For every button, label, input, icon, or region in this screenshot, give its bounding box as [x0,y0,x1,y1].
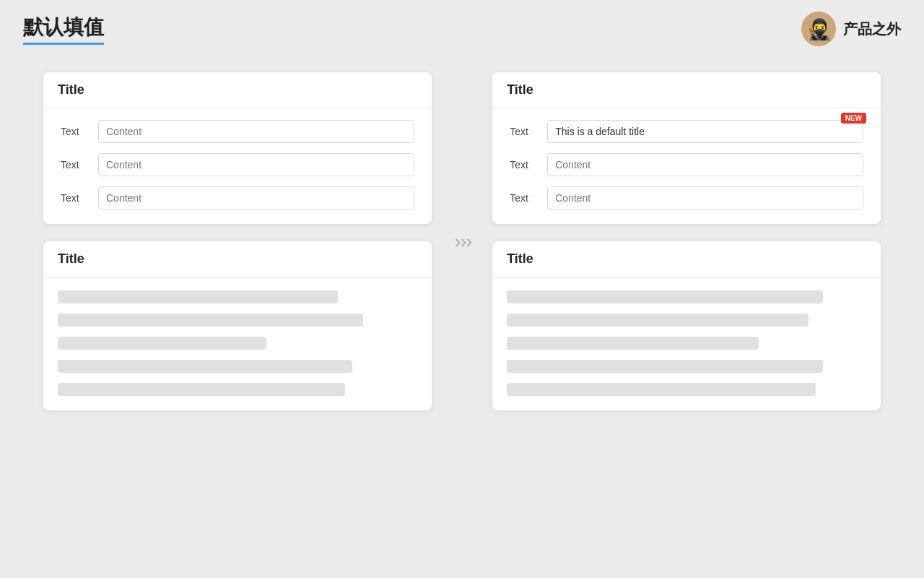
page-title: 默认填值 [23,14,104,45]
form-label: Text [61,126,90,137]
form-label: Text [510,126,539,137]
form-label: Text [510,159,539,171]
skeleton-bar [58,290,338,303]
form-row: Text [61,186,414,210]
text-input-1[interactable] [98,120,414,143]
skeleton-bar [58,314,363,327]
text-input-3[interactable] [98,186,414,210]
main-content: Title Text Text Text › › › Title [0,58,924,425]
skeleton-bar [507,360,823,373]
card-bottom-right-header: Title [492,241,881,277]
form-row-new: Text NEW [510,120,863,143]
form-label: Text [510,192,539,204]
card-bottom-left-header: Title [43,241,432,277]
form-row: Text [510,186,863,210]
card-top-right-header: Title [492,72,881,108]
card-bottom-right: Title [492,241,881,410]
card-bottom-left: Title [43,241,432,410]
text-input-5[interactable] [547,186,863,210]
avatar: 🥷 [801,12,836,46]
skeleton-bar [58,360,352,373]
form-row: Text [61,153,414,176]
text-input-2[interactable] [98,153,414,176]
brand-name: 产品之外 [843,20,901,39]
form-row: Text [61,120,414,143]
card-top-left-body: Text Text Text [43,108,432,224]
card-top-left-header: Title [43,72,432,108]
arrow-divider: › › › [449,230,475,253]
card-top-left: Title Text Text Text [43,72,432,224]
form-label: Text [61,192,90,204]
card-bottom-right-title: Title [507,251,533,266]
skeleton-bar [507,314,808,327]
card-top-right: Title Text NEW Text Text [492,72,881,224]
card-top-right-body: Text NEW Text Text [492,108,881,224]
card-bottom-left-skeleton [43,277,432,410]
form-label: Text [61,159,90,171]
text-input-default[interactable] [547,120,863,143]
skeleton-bar [58,337,266,350]
header: 默认填值 🥷 产品之外 [0,0,924,58]
brand-logo: 🥷 产品之外 [801,12,901,46]
form-row: Text [510,153,863,176]
new-badge: NEW [841,113,866,124]
card-bottom-right-skeleton [492,277,881,410]
card-bottom-left-title: Title [58,251,84,266]
text-input-4[interactable] [547,153,863,176]
input-wrapper-new: NEW [547,120,863,143]
card-top-left-title: Title [58,82,84,97]
skeleton-bar [58,383,345,396]
skeleton-bar [507,383,816,396]
card-top-right-title: Title [507,82,533,97]
skeleton-bar [507,290,823,303]
skeleton-bar [507,337,758,350]
